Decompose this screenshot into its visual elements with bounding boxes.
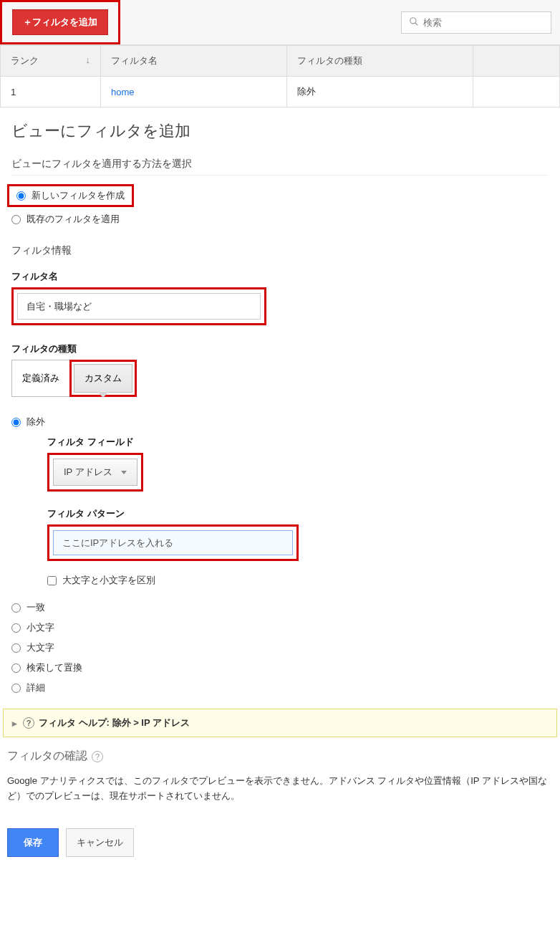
radio-lower-row[interactable]: 小文字 — [11, 621, 549, 634]
page-body: ビューにフィルタを追加 ビューにフィルタを適用する方法を選択 新しいフィルタを作… — [0, 107, 560, 709]
radio-search-replace-row[interactable]: 検索して置換 — [11, 661, 549, 674]
checkbox-case-label: 大文字と小文字を区別 — [62, 574, 155, 587]
svg-point-0 — [410, 17, 416, 23]
col-empty — [473, 46, 560, 77]
search-icon — [409, 16, 419, 29]
filter-name-label: フィルタ名 — [11, 270, 549, 283]
toolbar: ＋フィルタを追加 — [0, 0, 560, 45]
save-button[interactable]: 保存 — [7, 828, 59, 857]
col-name[interactable]: フィルタ名 — [101, 46, 287, 77]
radio-lower[interactable] — [11, 623, 21, 633]
footer-buttons: 保存 キャンセル — [0, 825, 560, 878]
radio-advanced-label: 詳細 — [26, 681, 45, 694]
expand-icon: ▸ — [12, 718, 17, 729]
filter-field-label: フィルタ フィールド — [47, 436, 549, 449]
filter-name-link[interactable]: home — [111, 87, 135, 97]
highlight-field: IP アドレス — [47, 453, 143, 492]
cancel-button[interactable]: キャンセル — [66, 828, 134, 857]
help-banner-text: フィルタ ヘルプ: 除外 > IP アドレス — [39, 716, 190, 729]
cell-empty — [473, 77, 560, 107]
radio-apply-existing-label: 既存のフィルタを適用 — [26, 213, 120, 226]
filter-pattern-input[interactable] — [53, 530, 293, 555]
help-banner[interactable]: ▸ ? フィルタ ヘルプ: 除外 > IP アドレス — [3, 709, 557, 737]
search-input[interactable] — [423, 17, 544, 28]
radio-create-new[interactable] — [16, 191, 26, 201]
confirm-block: フィルタの確認 ? Google アナリティクスでは、このフィルタでプレビューを… — [0, 737, 560, 825]
confirm-description: Google アナリティクスでは、このフィルタでプレビューを表示できません。アド… — [7, 774, 549, 804]
page-title: ビューにフィルタを追加 — [11, 120, 549, 142]
radio-upper[interactable] — [11, 643, 21, 653]
cell-name: home — [101, 77, 287, 107]
help-icon[interactable]: ? — [92, 751, 103, 762]
radio-advanced[interactable] — [11, 684, 21, 693]
radio-upper-row[interactable]: 大文字 — [11, 641, 549, 654]
radio-create-new-label: 新しいフィルタを作成 — [32, 189, 125, 202]
seg-predefined-button[interactable]: 定義済み — [11, 360, 70, 397]
add-filter-button[interactable]: ＋フィルタを追加 — [12, 9, 108, 35]
help-icon: ? — [23, 717, 34, 729]
filter-type-segment: 定義済み カスタム — [11, 360, 549, 397]
checkbox-case-row[interactable]: 大文字と小文字を区別 — [47, 574, 549, 587]
highlight-create-new: 新しいフィルタを作成 — [7, 184, 134, 207]
col-rank[interactable]: ランク ↓ — [1, 46, 101, 77]
radio-upper-label: 大文字 — [26, 641, 54, 654]
radio-advanced-row[interactable]: 詳細 — [11, 681, 549, 694]
method-section-label: ビューにフィルタを適用する方法を選択 — [11, 158, 549, 176]
radio-search-replace[interactable] — [11, 663, 21, 673]
filter-name-input[interactable] — [17, 293, 261, 320]
radio-create-new-row[interactable]: 新しいフィルタを作成 — [16, 189, 125, 202]
highlight-add-filter: ＋フィルタを追加 — [0, 0, 120, 44]
radio-apply-existing[interactable] — [11, 215, 21, 224]
table-header-row: ランク ↓ フィルタ名 フィルタの種類 — [1, 46, 560, 77]
sort-indicator-icon: ↓ — [86, 54, 91, 65]
cell-type: 除外 — [287, 77, 473, 107]
radio-apply-existing-row[interactable]: 既存のフィルタを適用 — [11, 213, 549, 226]
table-row: 1 home 除外 — [1, 77, 560, 107]
radio-exclude-label: 除外 — [26, 416, 45, 428]
radio-exclude-row[interactable]: 除外 — [11, 416, 549, 428]
highlight-custom: カスタム — [69, 360, 137, 397]
svg-line-1 — [415, 22, 418, 25]
radio-lower-label: 小文字 — [26, 621, 54, 634]
highlight-filter-name — [11, 287, 266, 325]
cell-rank: 1 — [1, 77, 101, 107]
confirm-title: フィルタの確認 ? — [7, 749, 549, 764]
filter-info-label: フィルタ情報 — [11, 244, 549, 257]
highlight-pattern — [47, 524, 299, 561]
chevron-down-icon — [121, 471, 127, 474]
filter-pattern-label: フィルタ パターン — [47, 507, 549, 520]
radio-include[interactable] — [11, 603, 21, 613]
filter-field-dropdown[interactable]: IP アドレス — [53, 459, 137, 486]
search-box[interactable] — [401, 11, 551, 34]
filter-type-label: フィルタの種類 — [11, 342, 549, 355]
radio-include-row[interactable]: 一致 — [11, 601, 549, 614]
checkbox-case[interactable] — [47, 576, 57, 585]
radio-exclude[interactable] — [11, 418, 21, 427]
radio-search-replace-label: 検索して置換 — [26, 661, 82, 674]
col-type[interactable]: フィルタの種類 — [287, 46, 473, 77]
seg-custom-button[interactable]: カスタム — [74, 364, 132, 393]
filter-field-value: IP アドレス — [64, 466, 112, 479]
filters-table: ランク ↓ フィルタ名 フィルタの種類 1 home 除外 — [0, 45, 560, 107]
radio-include-label: 一致 — [26, 601, 45, 614]
